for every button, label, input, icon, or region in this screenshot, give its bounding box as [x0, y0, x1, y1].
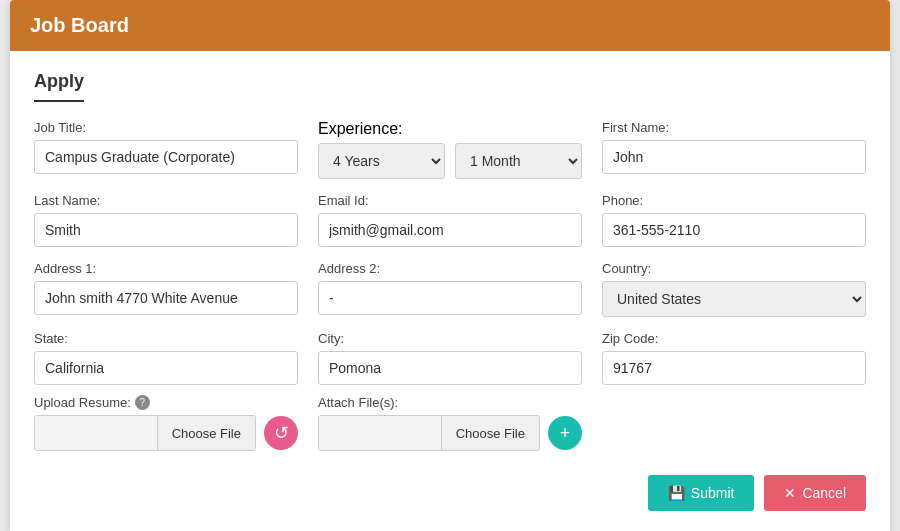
header: Job Board	[10, 0, 890, 51]
months-select[interactable]: 1 Month 2 Month 3 Month 4 Month 5 Month …	[455, 143, 582, 179]
address1-label: Address 1:	[34, 261, 298, 276]
attach-files-box: Choose File	[318, 415, 540, 451]
attach-files-label: Attach File(s):	[318, 395, 582, 410]
spacer	[602, 395, 866, 451]
email-label: Email Id:	[318, 193, 582, 208]
state-label: State:	[34, 331, 298, 346]
submit-icon: 💾	[668, 485, 685, 501]
help-icon[interactable]: ?	[135, 395, 150, 410]
address2-input[interactable]	[318, 281, 582, 315]
first-name-input[interactable]	[602, 140, 866, 174]
upload-resume-group: Upload Resume: ? Choose File ↺	[34, 395, 298, 451]
cancel-button[interactable]: ✕ Cancel	[764, 475, 866, 511]
section-title: Apply	[34, 71, 84, 102]
state-group: State:	[34, 331, 298, 385]
email-group: Email Id:	[318, 193, 582, 247]
upload-resume-label: Upload Resume: ?	[34, 395, 298, 410]
phone-label: Phone:	[602, 193, 866, 208]
city-group: City:	[318, 331, 582, 385]
job-title-group: Job Title:	[34, 120, 298, 179]
upload-resume-row: Choose File ↺	[34, 415, 298, 451]
address2-label: Address 2:	[318, 261, 582, 276]
cancel-icon: ✕	[784, 485, 796, 501]
reset-resume-button[interactable]: ↺	[264, 416, 298, 450]
country-select[interactable]: United States Canada United Kingdom Aust…	[602, 281, 866, 317]
choose-file-resume-button[interactable]: Choose File	[157, 416, 255, 450]
years-select[interactable]: 1 Years 2 Years 3 Years 4 Years 5 Years …	[318, 143, 445, 179]
file-blank	[35, 416, 157, 450]
add-file-button[interactable]: +	[548, 416, 582, 450]
address1-group: Address 1:	[34, 261, 298, 317]
choose-file-attach-button[interactable]: Choose File	[441, 416, 539, 450]
job-title-label: Job Title:	[34, 120, 298, 135]
zip-group: Zip Code:	[602, 331, 866, 385]
last-name-label: Last Name:	[34, 193, 298, 208]
city-label: City:	[318, 331, 582, 346]
city-input[interactable]	[318, 351, 582, 385]
experience-group: Experience: 1 Years 2 Years 3 Years 4 Ye…	[318, 120, 582, 179]
first-name-group: First Name:	[602, 120, 866, 179]
experience-label: Experience:	[318, 120, 582, 138]
last-name-input[interactable]	[34, 213, 298, 247]
file-blank-2	[319, 416, 441, 450]
job-board-card: Job Board Apply Job Title: Experience: 1…	[10, 0, 890, 531]
header-title: Job Board	[30, 14, 129, 36]
experience-row: 1 Years 2 Years 3 Years 4 Years 5 Years …	[318, 143, 582, 179]
footer-row: 💾 Submit ✕ Cancel	[34, 475, 866, 511]
upload-row: Upload Resume: ? Choose File ↺ Attach Fi…	[34, 395, 866, 451]
state-input[interactable]	[34, 351, 298, 385]
address1-input[interactable]	[34, 281, 298, 315]
zip-label: Zip Code:	[602, 331, 866, 346]
attach-files-row: Choose File +	[318, 415, 582, 451]
attach-files-group: Attach File(s): Choose File +	[318, 395, 582, 451]
form-grid: Job Title: Experience: 1 Years 2 Years 3…	[34, 120, 866, 385]
job-title-input[interactable]	[34, 140, 298, 174]
first-name-label: First Name:	[602, 120, 866, 135]
country-group: Country: United States Canada United Kin…	[602, 261, 866, 317]
zip-input[interactable]	[602, 351, 866, 385]
address2-group: Address 2:	[318, 261, 582, 317]
upload-resume-box: Choose File	[34, 415, 256, 451]
country-label: Country:	[602, 261, 866, 276]
email-input[interactable]	[318, 213, 582, 247]
submit-button[interactable]: 💾 Submit	[648, 475, 755, 511]
last-name-group: Last Name:	[34, 193, 298, 247]
phone-group: Phone:	[602, 193, 866, 247]
phone-input[interactable]	[602, 213, 866, 247]
form-body: Apply Job Title: Experience: 1 Years 2 Y…	[10, 51, 890, 531]
